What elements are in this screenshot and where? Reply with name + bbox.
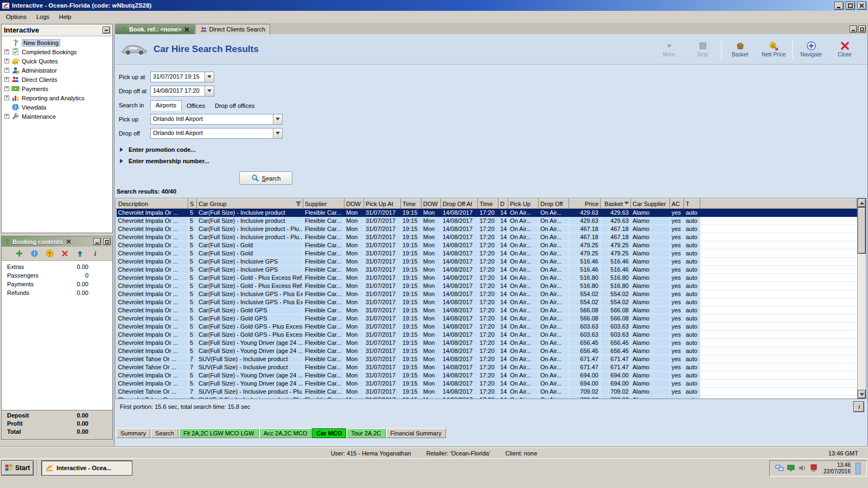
tab-restore-button[interactable] [858, 25, 866, 33]
expand-plus-icon[interactable]: + [4, 68, 9, 73]
column-header-time-9[interactable]: Time [478, 199, 499, 209]
scroll-thumb[interactable] [858, 207, 866, 254]
column-header-dow-7[interactable]: DOW [422, 199, 441, 209]
result-row[interactable]: Chevrolet Impala Or ...5Car(Full Size) -… [117, 249, 857, 258]
sidebar-item-completed-bookings[interactable]: +Completed Bookings [2, 47, 112, 56]
bottom-tab-car-mco[interactable]: Car MCO [312, 428, 346, 438]
column-header-pick-up-11[interactable]: Pick Up [508, 199, 539, 209]
promotion-code-expander[interactable]: Enter promotion code... [120, 144, 867, 155]
expand-plus-icon[interactable]: + [4, 49, 9, 54]
sidebar-item-payments[interactable]: +Payments [2, 84, 112, 93]
tray-device-icon[interactable] [809, 464, 818, 473]
booking-toolbar-help-icon[interactable]: ? [45, 249, 54, 258]
result-row[interactable]: Chevrolet Impala Or ...5Car(Full Size) -… [117, 314, 857, 323]
column-header-basket-14[interactable]: Basket [601, 199, 631, 209]
pick-up-select[interactable]: Orlando Intl Airport [150, 114, 283, 125]
column-header-drop-off-12[interactable]: Drop Off [539, 199, 569, 209]
result-row[interactable]: Chevrolet Impala Or ...5Car(Full Size) -… [117, 282, 857, 290]
sidebar-item-new-booking[interactable]: New Booking [2, 38, 112, 47]
column-header-s-1[interactable]: S [188, 199, 197, 209]
dropdown-button[interactable] [205, 72, 214, 82]
column-header-t-17[interactable]: T [684, 199, 700, 209]
membership-number-expander[interactable]: Enter membership number... [120, 156, 867, 166]
result-row[interactable]: Chevrolet Impala Or ...5Car(Full Size) -… [117, 331, 857, 339]
pick-up-at-input[interactable]: 31/07/2017 19:15 [150, 72, 214, 82]
dropdown-button[interactable] [205, 86, 214, 96]
search-in-tab-airports[interactable]: Airports [150, 100, 182, 111]
column-header-ac-16[interactable]: AC [670, 199, 684, 209]
result-row[interactable]: Chevrolet Tahoe Or ...7SUV(Full Size) - … [117, 363, 857, 371]
close-button[interactable]: Close [829, 40, 860, 59]
column-header-supplier-3[interactable]: Supplier [303, 199, 344, 209]
result-row[interactable]: Chevrolet Impala Or ...5Car(Full Size) -… [117, 274, 857, 282]
search-in-tab-drop-off-offices[interactable]: Drop off offices [210, 101, 260, 111]
sidebar-item-administrator[interactable]: +Administrator [2, 66, 112, 75]
result-row[interactable]: Chevrolet Impala Or ...5Car(Full Size) -… [117, 347, 857, 355]
search-in-tab-offices[interactable]: Offices [182, 101, 210, 111]
collapse-panel-button[interactable] [103, 27, 110, 34]
booking-row-refunds[interactable]: Refunds0.00 [2, 290, 112, 298]
sidebar-item-viewdata[interactable]: Viewdata [2, 102, 112, 112]
result-row[interactable]: Chevrolet Tahoe Or ...7SUV(Full Size) - … [117, 355, 857, 363]
sidebar-item-direct-clients[interactable]: +Direct Clients [2, 75, 112, 84]
tab-direct-clients-search[interactable]: Direct Clients Search [195, 24, 270, 34]
start-button[interactable]: Start [1, 460, 34, 476]
menu-options[interactable]: Options [1, 12, 31, 22]
bottom-tab-financial-summary[interactable]: Financial Summary [386, 428, 446, 438]
dropdown-button[interactable] [273, 129, 282, 138]
booking-toolbar-send-icon[interactable] [75, 249, 85, 258]
tray-display-icon[interactable] [787, 464, 795, 473]
booking-row-payments[interactable]: Payments0.00 [2, 281, 112, 290]
result-row[interactable]: Chevrolet Impala Or ...5Car(Full Size) -… [117, 209, 857, 217]
result-row[interactable]: Chevrolet Impala Or ...5Car(Full Size) -… [117, 323, 857, 331]
dropdown-button[interactable] [273, 114, 282, 124]
vertical-scrollbar[interactable] [857, 198, 866, 399]
booking-row-passengers[interactable]: Passengers0 [2, 272, 112, 281]
result-row[interactable]: Chevrolet Impala Or ...5Car(Full Size) -… [117, 339, 857, 347]
tray-network-icon[interactable] [775, 464, 784, 473]
expand-plus-icon[interactable]: + [4, 114, 9, 119]
column-header-pick-up-at-5[interactable]: Pick Up At [364, 199, 401, 209]
result-row[interactable]: Chevrolet Impala Or ...5Car(Full Size) -… [117, 380, 857, 388]
menu-logs[interactable]: Logs [31, 12, 54, 22]
bottom-tab-tour-2a-2c[interactable]: Tour 2A,2C [347, 428, 385, 438]
column-header-d-10[interactable]: D [499, 199, 508, 209]
column-header-drop-off-at-8[interactable]: Drop Off At [441, 199, 478, 209]
result-row[interactable]: Chevrolet Impala Or ...5Car(Full Size) -… [117, 241, 857, 249]
maximize-button[interactable] [846, 2, 855, 10]
result-row[interactable]: Chevrolet Impala Or ...5Car(Full Size) -… [117, 258, 857, 266]
column-header-car-supplier-15[interactable]: Car Supplier [631, 199, 670, 209]
booking-toolbar-globe-icon[interactable] [30, 249, 39, 258]
bottom-tab-flt-2a-2c-lgw-mco-lgw[interactable]: Flt 2A,2C LGW MCO LGW [179, 428, 259, 438]
booking-toolbar-add-icon[interactable] [15, 249, 24, 258]
result-row[interactable]: Chevrolet Impala Or ...5Car(Full Size) -… [117, 266, 857, 274]
close-window-button[interactable] [857, 2, 866, 10]
search-button[interactable]: Search [239, 171, 292, 185]
sidebar-item-maintenance[interactable]: +Maintenance [2, 112, 112, 121]
expand-plus-icon[interactable]: + [4, 77, 9, 82]
column-header-time-6[interactable]: Time [401, 199, 422, 209]
booking-toolbar-info-icon[interactable]: i [91, 249, 100, 258]
column-header-price-13[interactable]: Price [569, 199, 601, 209]
booking-minimize-button[interactable] [93, 238, 101, 245]
tab-minimize-button[interactable] [850, 25, 857, 33]
bottom-tab-summary[interactable]: Summary [116, 428, 150, 438]
nett-price-button[interactable]: $Nett Price [758, 40, 789, 59]
sidebar-item-reporting-and-analytics[interactable]: +Reporting and Analytics [2, 93, 112, 102]
result-row[interactable]: Chevrolet Impala Or ...5Car(Full Size) -… [117, 290, 857, 298]
booking-contents-close-icon[interactable] [65, 239, 72, 245]
drop-off-select[interactable]: Orlando Intl Airport [150, 128, 283, 139]
scroll-down-button[interactable] [858, 390, 866, 399]
booking-toolbar-delete-icon[interactable] [60, 249, 69, 258]
sidebar-item-quick-quotes[interactable]: +Quick Quotes [2, 56, 112, 66]
tab-book-ref-none[interactable]: Book. ref.: <none> [115, 24, 195, 34]
result-row[interactable]: Chevrolet Impala Or ...5Car(Full Size) -… [117, 298, 857, 306]
tab-close-icon[interactable] [184, 27, 190, 33]
expand-plus-icon[interactable]: + [4, 59, 9, 63]
bottom-tab-search[interactable]: Search [151, 428, 178, 438]
column-header-description-0[interactable]: Description [117, 199, 188, 209]
booking-row-extras[interactable]: Extras0.00 [2, 264, 112, 272]
navigate-button[interactable]: Navigate [796, 40, 826, 59]
expand-plus-icon[interactable]: + [4, 86, 9, 91]
column-header-car-group-2[interactable]: Car Group [197, 199, 303, 209]
